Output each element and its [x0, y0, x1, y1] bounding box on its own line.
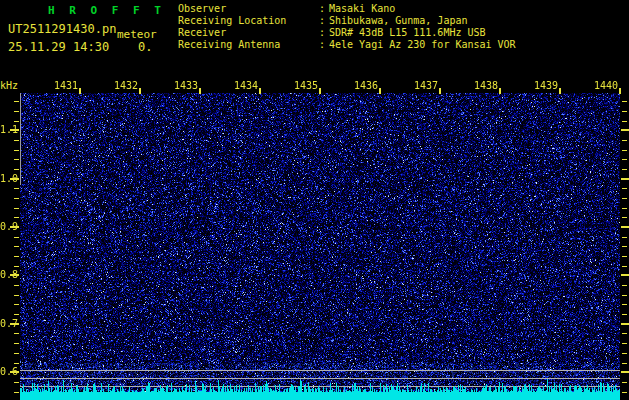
freq-tick-left	[14, 111, 19, 112]
freq-tick-right	[622, 140, 627, 141]
freq-tick-label: 0.9	[0, 221, 19, 232]
time-tick	[139, 88, 141, 94]
info-label: Observer	[178, 3, 319, 15]
info-value: 4ele Yagi Az 230 for Kansai VOR	[329, 39, 516, 51]
time-tick-label: 1435	[292, 80, 318, 91]
freq-tick-right	[622, 256, 627, 257]
time-tick	[379, 88, 381, 94]
freq-tick-left	[14, 353, 19, 354]
time-tick	[439, 88, 441, 94]
freq-tick-left	[14, 208, 19, 209]
info-colon: :	[319, 27, 329, 39]
freq-tick-right	[622, 382, 627, 383]
freq-tick-left	[14, 304, 19, 305]
info-row: Receiver:SDR# 43dB L15 111.6MHz USB	[178, 27, 516, 39]
freq-tick-right	[621, 274, 629, 276]
info-colon: :	[319, 39, 329, 51]
freq-tick-right	[622, 237, 627, 238]
info-label: Receiver	[178, 27, 319, 39]
time-tick	[199, 88, 201, 94]
freq-tick-label: 0.6	[0, 366, 19, 377]
time-tick-label: 1433	[172, 80, 198, 91]
time-tick-label: 1440	[592, 80, 618, 91]
freq-tick-right	[622, 198, 627, 199]
freq-tick-right	[621, 178, 629, 180]
time-tick-label: 1436	[352, 80, 378, 91]
freq-tick-right	[622, 208, 627, 209]
filename-text: UT2511291430.pn	[8, 22, 116, 36]
freq-tick-left	[14, 285, 19, 286]
info-value: Shibukawa, Gunma, Japan	[329, 15, 467, 27]
freq-tick-right	[622, 188, 627, 189]
info-value: Masaki Kano	[329, 3, 395, 15]
datetime-text: 25.11.29 14:30	[8, 40, 109, 54]
freq-tick-right	[622, 217, 627, 218]
freq-tick-right	[621, 226, 629, 228]
freq-tick-left	[14, 237, 19, 238]
time-tick-label: 1439	[532, 80, 558, 91]
time-tick-label: 1431	[52, 80, 78, 91]
freq-tick-left	[14, 159, 19, 160]
freq-tick-left	[14, 256, 19, 257]
freq-tick-right	[622, 150, 627, 151]
freq-tick-right	[622, 246, 627, 247]
freq-tick-left	[14, 343, 19, 344]
freq-tick-right	[622, 392, 627, 393]
freq-tick-left	[14, 266, 19, 267]
freq-tick-left	[14, 392, 19, 393]
freq-tick-left	[14, 188, 19, 189]
echo-count: 0.	[138, 40, 152, 54]
freq-tick-right	[622, 304, 627, 305]
time-tick-label: 1438	[472, 80, 498, 91]
freq-tick-right	[622, 333, 627, 334]
info-colon: :	[319, 3, 329, 15]
time-tick	[319, 88, 321, 94]
freq-tick-left	[14, 217, 19, 218]
time-tick	[619, 88, 621, 94]
freq-tick-right	[622, 295, 627, 296]
info-row: Observer:Masaki Kano	[178, 3, 516, 15]
freq-tick-right	[621, 323, 629, 325]
time-tick	[79, 88, 81, 94]
freq-tick-left	[14, 140, 19, 141]
freq-tick-right	[622, 101, 627, 102]
freq-tick-label: 1.1	[0, 124, 19, 135]
freq-tick-right	[622, 111, 627, 112]
info-colon: :	[319, 15, 329, 27]
freq-tick-right	[622, 121, 627, 122]
info-row: Receiving Location:Shibukawa, Gunma, Jap…	[178, 15, 516, 27]
time-tick-label: 1434	[232, 80, 258, 91]
freq-tick-right	[621, 371, 629, 373]
freq-tick-right	[622, 353, 627, 354]
freq-tick-label: 0.8	[0, 269, 19, 280]
time-tick	[259, 88, 261, 94]
freq-tick-left	[14, 246, 19, 247]
khz-axis-label: kHz	[0, 80, 18, 91]
freq-tick-left	[14, 295, 19, 296]
freq-tick-label: 0.7	[0, 318, 19, 329]
freq-tick-left	[14, 314, 19, 315]
freq-tick-left	[14, 198, 19, 199]
freq-tick-left	[14, 333, 19, 334]
freq-tick-left	[14, 101, 19, 102]
freq-tick-right	[622, 266, 627, 267]
time-tick	[559, 88, 561, 94]
freq-tick-right	[621, 129, 629, 131]
time-tick	[499, 88, 501, 94]
info-label: Receiving Location	[178, 15, 319, 27]
freq-tick-label: 1.0	[0, 173, 19, 184]
info-row: Receiving Antenna:4ele Yagi Az 230 for K…	[178, 39, 516, 51]
freq-tick-left	[14, 363, 19, 364]
info-label: Receiving Antenna	[178, 39, 319, 51]
freq-tick-right	[622, 363, 627, 364]
freq-tick-right	[622, 169, 627, 170]
time-tick-label: 1437	[412, 80, 438, 91]
freq-tick-right	[622, 285, 627, 286]
freq-tick-right	[622, 343, 627, 344]
station-info: Observer:Masaki Kano Receiving Location:…	[178, 3, 516, 51]
freq-tick-left	[14, 169, 19, 170]
app-title: H R O F F T	[48, 4, 165, 17]
freq-tick-right	[622, 159, 627, 160]
freq-tick-left	[14, 150, 19, 151]
time-tick-label: 1432	[112, 80, 138, 91]
